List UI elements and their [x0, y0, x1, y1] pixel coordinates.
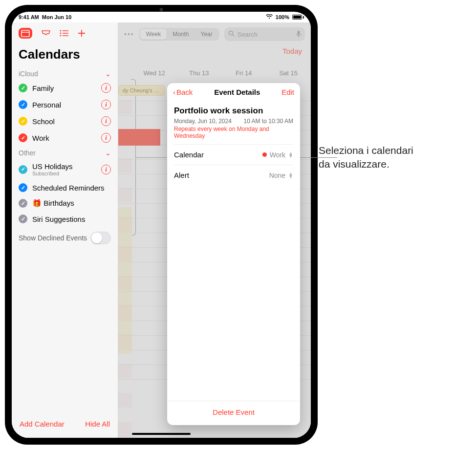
row-value: None	[269, 172, 285, 179]
info-icon[interactable]: i	[101, 133, 111, 143]
calendar-row[interactable]: ✓ Personal i	[15, 96, 115, 113]
event-date: Monday, Jun 10, 2024	[174, 118, 232, 125]
section-label: Other	[19, 149, 36, 157]
calendar-row[interactable]: ✓ Scheduled Reminders	[15, 180, 115, 195]
status-date: Mon Jun 10	[42, 14, 72, 20]
back-button[interactable]: ‹ Back	[173, 88, 193, 96]
declined-events-label: Show Declined Events	[19, 234, 87, 242]
home-indicator[interactable]	[132, 433, 191, 435]
svg-rect-0	[22, 30, 29, 37]
add-icon[interactable]	[77, 29, 86, 38]
event-repeat: Repeats every week on Monday and Wednesd…	[174, 125, 293, 144]
battery-icon	[292, 15, 304, 20]
view-segmented-control[interactable]: Week Month Year	[139, 28, 219, 41]
declined-events-toggle[interactable]	[90, 232, 111, 244]
day-label: Sat 15	[266, 69, 311, 77]
day-header-row: Wed 12 Thu 13 Fri 14 Sat 15	[118, 69, 311, 77]
calendar-row[interactable]: ✓ School i	[15, 113, 115, 129]
hide-all-button[interactable]: Hide All	[85, 420, 110, 428]
search-icon	[228, 30, 235, 38]
day-label: Thu 13	[177, 69, 222, 77]
inbox-icon[interactable]	[41, 30, 51, 37]
calendar-label: Family	[32, 84, 96, 92]
sidebar-title: Calendars	[12, 44, 118, 67]
front-camera	[160, 8, 163, 11]
info-icon[interactable]: i	[101, 116, 111, 126]
calendar-row-select[interactable]: Calendar Work ▲▼	[174, 144, 293, 165]
check-icon[interactable]: ✓	[19, 199, 27, 208]
check-icon[interactable]: ✓	[19, 117, 27, 126]
gift-icon: 🎁	[32, 199, 42, 207]
check-icon[interactable]: ✓	[19, 100, 27, 109]
calendar-row[interactable]: ✓ US Holidays Subscribed i	[15, 159, 115, 180]
svg-rect-12	[298, 31, 300, 35]
svg-line-11	[233, 35, 234, 36]
section-icloud-head[interactable]: iCloud ⌄	[12, 67, 118, 80]
alert-row-select[interactable]: Alert None ▲▼	[174, 165, 293, 185]
calendar-row[interactable]: ✓ 🎁 Birthdays	[15, 195, 115, 211]
search-placeholder: Search	[238, 31, 258, 38]
calendar-label: US Holidays Subscribed	[32, 162, 96, 176]
panel-title: Event Details	[214, 88, 260, 96]
calendar-label: School	[32, 117, 96, 126]
event-title: Portfolio work session	[174, 103, 293, 118]
section-label: iCloud	[19, 70, 38, 78]
today-button[interactable]: Today	[282, 47, 302, 55]
section-other-head[interactable]: Other ⌄	[12, 146, 118, 159]
check-icon[interactable]: ✓	[19, 165, 27, 174]
day-label: Fri 14	[221, 69, 266, 77]
stepper-icon: ▲▼	[288, 172, 293, 178]
more-icon[interactable]: •••	[124, 30, 134, 38]
status-time: 9:41 AM	[19, 14, 39, 20]
stepper-icon: ▲▼	[288, 152, 293, 158]
list-icon[interactable]	[60, 30, 68, 37]
svg-point-4	[60, 35, 62, 37]
chevron-down-icon: ⌄	[105, 70, 111, 78]
check-icon[interactable]: ✓	[19, 183, 27, 192]
calendar-content: ••• Week Month Year Search	[118, 22, 311, 438]
info-icon[interactable]: i	[101, 83, 111, 93]
all-day-event[interactable]: dy Cheung's Bi…	[118, 85, 165, 96]
event-time: 10 AM to 10:30 AM	[244, 118, 293, 125]
calendar-row[interactable]: ✓ Work i	[15, 129, 115, 146]
calendar-label: Work	[32, 134, 96, 142]
callout-text: Seleziona i calendari da visualizzare.	[319, 144, 413, 172]
battery-percent: 100%	[276, 14, 289, 20]
info-icon[interactable]: i	[101, 100, 111, 109]
edit-button[interactable]: Edit	[281, 88, 294, 96]
chevron-down-icon: ⌄	[105, 149, 111, 157]
calendars-sidebar: Calendars iCloud ⌄ ✓ Family i ✓ Personal	[12, 22, 118, 438]
seg-week[interactable]: Week	[140, 29, 167, 40]
calendar-row[interactable]: ✓ Siri Suggestions	[15, 211, 115, 227]
event-block[interactable]	[118, 129, 160, 146]
mic-icon[interactable]	[296, 30, 301, 39]
calendar-view-icon[interactable]	[19, 28, 32, 39]
check-icon[interactable]: ✓	[19, 84, 27, 92]
status-bar: 9:41 AM Mon Jun 10 100%	[12, 12, 311, 22]
calendar-sublabel: Subscribed	[32, 171, 96, 176]
add-calendar-button[interactable]: Add Calendar	[20, 420, 65, 428]
event-details-panel: ‹ Back Event Details Edit Portfolio work…	[167, 83, 300, 425]
row-label: Alert	[174, 171, 189, 179]
svg-point-10	[229, 31, 233, 35]
calendar-color-dot	[262, 152, 267, 157]
wifi-icon	[266, 14, 273, 20]
calendar-row[interactable]: ✓ Family i	[15, 80, 115, 96]
row-label: Calendar	[174, 150, 204, 159]
check-icon[interactable]: ✓	[19, 133, 27, 142]
calendar-label: 🎁 Birthdays	[32, 199, 111, 208]
seg-month[interactable]: Month	[167, 29, 195, 40]
calendar-label: Scheduled Reminders	[32, 184, 111, 192]
row-value: Work	[270, 151, 285, 159]
info-icon[interactable]: i	[101, 165, 111, 174]
svg-point-3	[60, 33, 62, 34]
chevron-left-icon: ‹	[173, 88, 175, 96]
delete-event-button[interactable]: Delete Event	[167, 401, 300, 425]
check-icon[interactable]: ✓	[19, 215, 27, 223]
calendar-label: Siri Suggestions	[32, 215, 111, 223]
search-field[interactable]: Search	[224, 27, 305, 41]
svg-point-2	[60, 30, 62, 32]
day-label: Wed 12	[132, 69, 177, 77]
calendar-label: Personal	[32, 101, 96, 109]
seg-year[interactable]: Year	[195, 29, 218, 40]
